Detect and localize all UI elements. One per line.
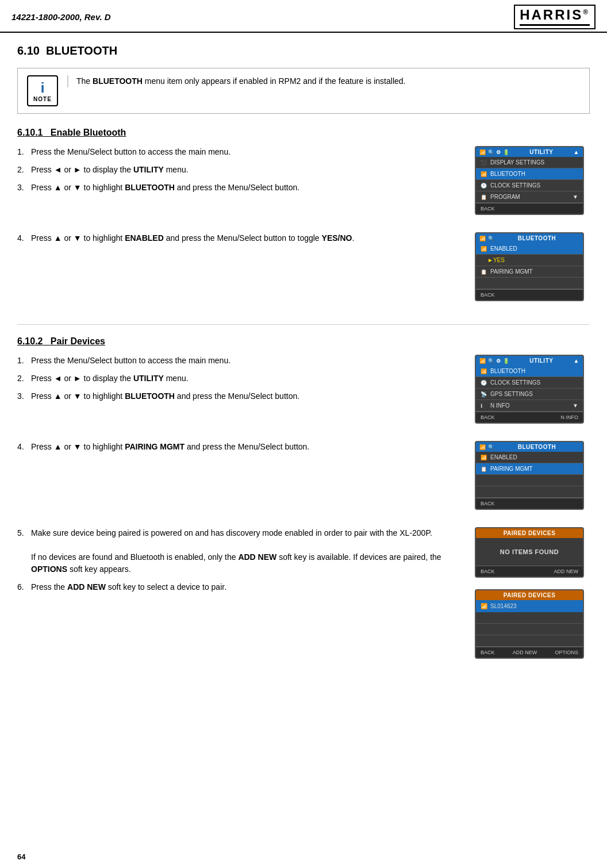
screen2-titlebar: 📶🔍 BLUETOOTH (476, 233, 583, 243)
note-box: i NOTE The BLUETOOTH menu item only appe… (17, 68, 590, 114)
screen6-addnew: ADD NEW (513, 650, 537, 655)
screen4-item-pairing: 📋 PAIRING MGMT (476, 463, 583, 475)
screen3-item-bluetooth: 📶 BLUETOOTH (476, 366, 583, 377)
device-screen-paired-device: PAIRED DEVICES 📶 SL014623 BACK (475, 589, 584, 659)
screen2-footer: BACK (476, 289, 583, 300)
step-2-4: 4. Press ▲ or ▼ to highlight PAIRING MGM… (17, 441, 458, 453)
screen2-item-yes: ►YES (476, 255, 583, 266)
screen1-item-clock: 🕐 CLOCK SETTINGS (476, 180, 583, 191)
steps-column-2c: 5. Make sure device being paired is powe… (17, 527, 469, 599)
screen1-titlebar: 📶🔍⚙🔋 UTILITY ▲ (476, 147, 583, 157)
step-2-6: 6. Press the ADD NEW soft key to select … (17, 581, 458, 593)
harris-logo: HARRIS® (514, 5, 596, 29)
section-divider (17, 324, 590, 325)
screen3-clock-label: CLOCK SETTINGS (490, 379, 540, 386)
screen1-item-bluetooth: 📶 BLUETOOTH (476, 168, 583, 180)
screen5-body: NO ITEMS FOUND (476, 538, 583, 566)
pair-devices-step5-6: 5. Make sure device being paired is powe… (17, 527, 590, 665)
registered-mark: ® (583, 8, 590, 16)
gps-icon: 📡 (481, 391, 487, 397)
section-title: 6.10 BLUETOOTH (17, 44, 590, 57)
logo-text: HARRIS (520, 7, 583, 22)
device-screen-utility: 📶🔍⚙🔋 UTILITY ▲ ⬛ DISPLAY SETTINGS 📶 BLUE… (475, 146, 584, 215)
screen1-program-label: PROGRAM (490, 194, 520, 200)
step-1-2: 2. Press ◄ or ► to display the UTILITY m… (17, 164, 458, 176)
screen2-empty1 (476, 278, 583, 289)
screen3-ninfo: N INFO (561, 414, 579, 420)
screen1-clock-label: CLOCK SETTINGS (490, 182, 540, 189)
screen1-scroll-up: ▲ (574, 149, 579, 155)
screen4-pairing-label: PAIRING MGMT (490, 466, 533, 472)
screen1-bluetooth-label: BLUETOOTH (490, 171, 525, 177)
steps-list-1: 1. Press the Menu/Select button to acces… (17, 146, 458, 194)
screen2-pairing-label: PAIRING MGMT (490, 268, 533, 275)
screen3-title: UTILITY (529, 358, 553, 364)
screen3-titlebar: 📶🔍⚙🔋 UTILITY ▲ (476, 356, 583, 366)
screen2-icons: 📶🔍 (479, 236, 494, 241)
screen4-titlebar: 📶🔍 BLUETOOTH (476, 442, 583, 452)
screen6-device-item: 📶 SL014623 (476, 600, 583, 612)
main-content: 6.10 BLUETOOTH i NOTE The BLUETOOTH menu… (0, 33, 607, 699)
screen1-title: UTILITY (529, 149, 553, 155)
step-1-3: 3. Press ▲ or ▼ to highlight BLUETOOTH a… (17, 182, 458, 194)
screen4-title: BLUETOOTH (518, 444, 556, 450)
screen4-footer: BACK (476, 498, 583, 509)
screen4-col: 📶🔍 BLUETOOTH 📶 ENABLED 📋 PAIRING MGMT (469, 441, 590, 516)
screen3-item-clock: 🕐 CLOCK SETTINGS (476, 377, 583, 389)
enable-bluetooth-steps: 1. Press the Menu/Select button to acces… (17, 146, 590, 221)
screen3-bluetooth-label: BLUETOOTH (490, 368, 525, 374)
screens-5-6-col: PAIRED DEVICES NO ITEMS FOUND BACK ADD N… (469, 527, 590, 665)
note-text: The BLUETOOTH menu item only appears if … (67, 75, 580, 87)
screen6-back: BACK (481, 650, 495, 655)
step-1-4: 4. Press ▲ or ▼ to highlight ENABLED and… (17, 232, 458, 244)
steps-column-1: 1. Press the Menu/Select button to acces… (17, 146, 469, 199)
step-1-1: 1. Press the Menu/Select button to acces… (17, 146, 458, 158)
screen4-back: BACK (481, 501, 495, 506)
screen2-yes-label: ►YES (487, 257, 505, 263)
steps-list-2b: 4. Press ▲ or ▼ to highlight PAIRING MGM… (17, 441, 458, 453)
pairing-icon: 📋 (481, 269, 487, 275)
clock-icon2: 🕐 (481, 380, 487, 386)
device-screen-utility2: 📶🔍⚙🔋 UTILITY ▲ 📶 BLUETOOTH 🕐 CLOCK SETTI… (475, 355, 584, 424)
screen5-footer: BACK ADD NEW (476, 566, 583, 577)
screen6-titlebar: PAIRED DEVICES (476, 590, 583, 600)
step-2-1: 1. Press the Menu/Select button to acces… (17, 355, 458, 367)
screen2-col: 📶🔍 BLUETOOTH 📶 ENABLED ►YES (469, 232, 590, 307)
pair-devices-steps1-3: 1. Press the Menu/Select button to acces… (17, 355, 590, 429)
screen1-item-program: 📋 PROGRAM ▼ (476, 191, 583, 203)
screen6-footer: BACK ADD NEW OPTIONS (476, 647, 583, 658)
steps-list-1b: 4. Press ▲ or ▼ to highlight ENABLED and… (17, 232, 458, 244)
screen5-addnew: ADD NEW (554, 569, 579, 574)
page-footer: 64 (17, 852, 25, 861)
bt-icon2: 📶 (481, 368, 487, 374)
device-icon: 📶 (481, 603, 487, 609)
subsection2-heading: 6.10.2 Pair Devices (17, 336, 590, 347)
step-2-5: 5. Make sure device being paired is powe… (17, 527, 458, 575)
subsection-enable-bluetooth: 6.10.1 Enable Bluetooth 1. Press the Men… (17, 128, 590, 307)
steps-list-2: 1. Press the Menu/Select button to acces… (17, 355, 458, 402)
screen5-back: BACK (481, 569, 495, 574)
pairing-icon2: 📋 (481, 466, 487, 472)
screen5-titlebar: PAIRED DEVICES (476, 528, 583, 538)
screen6-body: 📶 SL014623 (476, 600, 583, 647)
screen1-body: ⬛ DISPLAY SETTINGS 📶 BLUETOOTH 🕐 CLOCK S… (476, 157, 583, 203)
clock-icon: 🕐 (481, 183, 487, 189)
screen2-item-pairing: 📋 PAIRING MGMT (476, 266, 583, 278)
screen6-empty3 (476, 635, 583, 647)
device-screen-paired-empty: PAIRED DEVICES NO ITEMS FOUND BACK ADD N… (475, 527, 584, 578)
note-icon: i NOTE (27, 75, 58, 106)
scroll-down2: ▼ (573, 402, 578, 409)
screen2-back: BACK (481, 292, 495, 298)
screen3-col: 📶🔍⚙🔋 UTILITY ▲ 📶 BLUETOOTH 🕐 CLOCK SETTI… (469, 355, 590, 429)
bluetooth-icon: 📶 (481, 171, 487, 177)
scroll-down-arrow: ▼ (573, 194, 578, 200)
pair-devices-step4: 4. Press ▲ or ▼ to highlight PAIRING MGM… (17, 441, 590, 516)
device-screen-bluetooth2: 📶🔍 BLUETOOTH 📶 ENABLED 📋 PAIRING MGMT (475, 441, 584, 510)
steps-column-2: 1. Press the Menu/Select button to acces… (17, 355, 469, 408)
subsection1-heading: 6.10.1 Enable Bluetooth (17, 128, 590, 138)
screen1-icons: 📶🔍⚙🔋 (479, 149, 509, 155)
screen4-item-enabled: 📶 ENABLED (476, 452, 583, 463)
screen6-title: PAIRED DEVICES (504, 592, 556, 598)
screen3-scroll-up: ▲ (574, 358, 579, 364)
screen2-title: BLUETOOTH (518, 235, 556, 241)
